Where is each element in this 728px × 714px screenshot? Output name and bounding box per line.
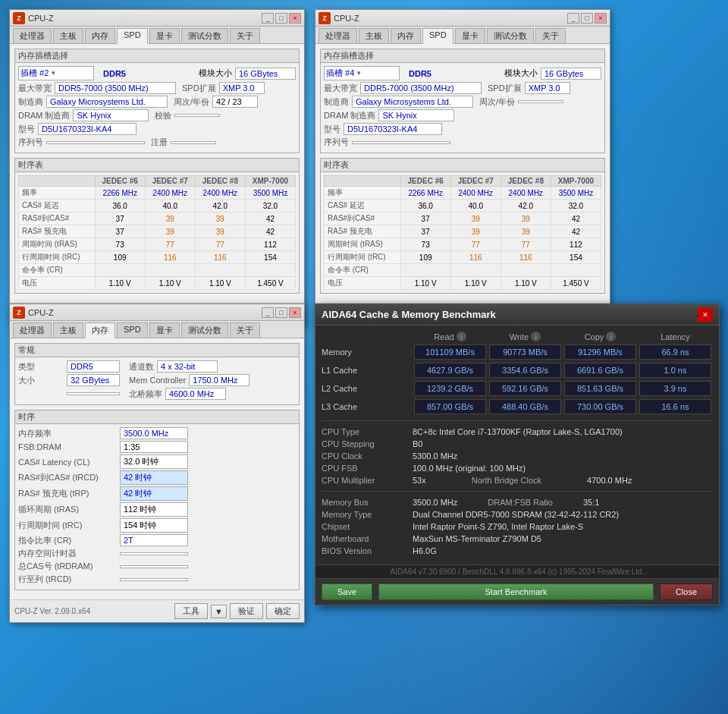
cpuz2-timing-content: JEDEC #6 JEDEC #7 JEDEC #8 XMP-7000 频率 2… xyxy=(321,172,604,293)
cpuz1-th-empty xyxy=(19,176,96,187)
cpuz3-content: 常规 类型 DDR5 通道数 4 x 32-bit 大小 32 GBytes M… xyxy=(10,338,304,599)
cpuz2-slot-content: 插槽 #4 ▼ DDR5 模块大小 16 GBytes 最大带宽 DDR5-70… xyxy=(321,63,604,153)
cpuz1-module-size: 16 GBytes xyxy=(235,68,296,80)
cpuz1-tab-bench[interactable]: 测试分数 xyxy=(181,28,228,43)
cpuz3-tab-bench[interactable]: 测试分数 xyxy=(181,322,228,338)
cpuz2-tab-gpu[interactable]: 显卡 xyxy=(455,28,485,43)
cpuz2-tab-bench[interactable]: 测试分数 xyxy=(487,28,534,43)
cpuz2-th-jedec8: JEDEC #8 xyxy=(500,176,551,187)
read-info-icon[interactable]: i xyxy=(457,332,466,341)
cpuz2-th-jedec7: JEDEC #7 xyxy=(450,176,500,187)
cpuz2-maximize[interactable]: □ xyxy=(581,13,593,24)
cpuz3-tab-mainboard[interactable]: 主板 xyxy=(53,322,83,338)
aida64-titlebar[interactable]: AIDA64 Cache & Memory Benchmark × xyxy=(315,304,719,326)
aida64-content: Read i Write i Copy i Latency Memory 101… xyxy=(315,326,719,565)
aida64-save-btn[interactable]: Save xyxy=(322,583,372,600)
cpuz2-dram-row: DRAM 制造商 SK Hynix xyxy=(324,109,601,121)
cpuz1-spd-value: XMP 3.0 xyxy=(219,82,265,94)
cpuz1-timing-title: 时序表 xyxy=(15,159,299,172)
cpuz1-slot-title: 内存插槽选择 xyxy=(15,49,299,63)
cpuz2-close[interactable]: × xyxy=(595,13,607,24)
cpuz1-minimize[interactable]: _ xyxy=(262,13,274,24)
aida64-col-write: Write i xyxy=(488,332,563,341)
cpuz3-tab-gpu[interactable]: 显卡 xyxy=(149,322,180,338)
cpuz3-general-content: 类型 DDR5 通道数 4 x 32-bit 大小 32 GBytes Mem … xyxy=(15,357,299,404)
cpuz3-titlebar[interactable]: Z CPU-Z _ □ × xyxy=(10,304,304,321)
cpuz3-tab-memory[interactable]: 内存 xyxy=(85,322,115,338)
cpuz3-tools-dropdown[interactable]: ▼ xyxy=(211,605,227,618)
cpuz1-close[interactable]: × xyxy=(289,13,301,24)
cpuz1-row-volt: 电压 1.10 V 1.10 V 1.10 V 1.450 V xyxy=(19,277,296,290)
aida64-memory-latency: 66.9 ns xyxy=(639,344,711,360)
cpuz3-rowcol-row: 行至列 (tRCD) xyxy=(18,574,296,585)
cpuz2-tab-mainboard[interactable]: 主板 xyxy=(359,28,389,43)
aida64-l1-read-cell: 4627.9 GB/s xyxy=(414,363,486,378)
cpuz3-space-row: 内存空间计时器 xyxy=(18,548,296,559)
cpuz3-size-label: 大小 xyxy=(18,375,64,386)
cpuz3-close[interactable]: × xyxy=(289,307,301,318)
cpuz3-tab-processor[interactable]: 处理器 xyxy=(13,322,52,338)
aida64-l2-write: 592.16 GB/s xyxy=(489,381,561,396)
aida64-l2-latency: 3.9 ns xyxy=(639,381,711,396)
cpuz2-mfr-label: 制造商 xyxy=(324,96,349,108)
cpuz2-tab-about[interactable]: 关于 xyxy=(535,28,566,43)
cpuz2-spd-label: SPD扩展 xyxy=(488,83,522,94)
cpuz1-icon: Z xyxy=(13,12,25,24)
aida64-membus-label: Memory Bus xyxy=(322,498,413,507)
cpuz3-confirm-btn[interactable]: 确定 xyxy=(266,603,300,619)
cpuz2-weeks-label: 周次/年份 xyxy=(479,96,515,108)
aida64-benchmark-btn[interactable]: Start Benchmark xyxy=(378,583,654,600)
cpuz1-mfr-label: 制造商 xyxy=(18,96,43,108)
aida64-buttons: Save Start Benchmark Close xyxy=(315,578,719,605)
cpuz1-slot-select[interactable]: 插槽 #2 ▼ xyxy=(18,66,94,80)
aida64-mobo-row: Motherboard MaxSun MS-Terminator Z790M D… xyxy=(322,534,713,543)
cpuz3-maximize[interactable]: □ xyxy=(275,307,287,318)
cpuz3-tab-spd[interactable]: SPD xyxy=(117,322,148,338)
cpuz2-tab-spd[interactable]: SPD xyxy=(422,28,453,44)
cpuz3-minimize[interactable]: _ xyxy=(262,307,274,318)
cpuz1-tab-mainboard[interactable]: 主板 xyxy=(53,28,83,43)
aida64-cpu-fsb-row: CPU FSB 100.0 MHz (original: 100 MHz) xyxy=(322,464,713,473)
cpuz3-timing-left: 内存频率 3500.0 MHz FSB:DRAM 1:35 CAS# Laten… xyxy=(18,427,296,587)
cpuz1-titlebar[interactable]: Z CPU-Z _ □ × xyxy=(10,10,304,27)
aida64-l1-row: L1 Cache 4627.9 GB/s 3354.6 GB/s 6691.6 … xyxy=(322,363,713,378)
cpuz3-tools-btn[interactable]: 工具 xyxy=(174,603,208,619)
cpuz1-maximize[interactable]: □ xyxy=(275,13,287,24)
aida64-membus-section: 3500.0 MHz DRAM:FSB Ratio 35:1 xyxy=(413,498,713,507)
cpuz2-spd-value: XMP 3.0 xyxy=(525,82,570,94)
cpuz2-tab-memory[interactable]: 内存 xyxy=(391,28,421,43)
aida64-cpu-fsb-value: 100.0 MHz (original: 100 MHz) xyxy=(413,464,713,473)
cpuz3-fsb-label: FSB:DRAM xyxy=(18,442,117,451)
cpuz1-tab-about[interactable]: 关于 xyxy=(230,28,260,43)
aida64-cpu-stepping-value: B0 xyxy=(413,439,713,448)
cpuz1-tab-gpu[interactable]: 显卡 xyxy=(149,28,180,43)
aida64-memory-latency-cell: 66.9 ns xyxy=(639,344,711,360)
cpuz3-rcd-value: 42 时钟 xyxy=(120,470,188,485)
aida64-window: AIDA64 Cache & Memory Benchmark × Read i… xyxy=(315,304,720,605)
cpuz3-fsb-value: 1:35 xyxy=(120,441,188,453)
cpuz2-mfr-value: Galaxy Microsystems Ltd. xyxy=(352,96,473,108)
aida64-l3-copy-cell: 730.00 GB/s xyxy=(564,399,636,414)
cpuz1-weeks-label: 周次/年份 xyxy=(174,96,209,108)
cpuz3-ras-row: 循环周期 (tRAS) 112 时钟 xyxy=(18,502,296,517)
cpuz2-tabs: 处理器 主板 内存 SPD 显卡 测试分数 关于 xyxy=(315,27,610,44)
cpuz1-dram-value: SK Hynix xyxy=(73,109,149,121)
cpuz3-verify-btn[interactable]: 验证 xyxy=(230,603,263,619)
write-info-icon[interactable]: i xyxy=(531,332,541,341)
cpuz2-minimize[interactable]: _ xyxy=(567,13,579,24)
cpuz2-tab-processor[interactable]: 处理器 xyxy=(318,28,357,43)
cpuz2-slot-select[interactable]: 插槽 #4 ▼ xyxy=(324,66,400,80)
cpuz1-tab-memory[interactable]: 内存 xyxy=(85,28,115,43)
aida64-close-x[interactable]: × xyxy=(698,308,713,322)
cpuz3-tab-about[interactable]: 关于 xyxy=(230,322,260,338)
cpuz2-titlebar[interactable]: Z CPU-Z _ □ × xyxy=(315,10,610,27)
cpuz1-tab-spd[interactable]: SPD xyxy=(117,28,148,44)
cpuz1-tab-processor[interactable]: 处理器 xyxy=(13,28,52,43)
cpuz1-row-ras: 周期时间 (tRAS) 73 77 77 112 xyxy=(19,238,296,251)
copy-info-icon[interactable]: i xyxy=(606,332,616,341)
aida64-cpu-clock-value: 5300.0 MHz xyxy=(413,451,713,461)
aida64-separator xyxy=(322,420,713,421)
cpuz2-icon: Z xyxy=(318,12,331,24)
aida64-close-btn[interactable]: Close xyxy=(660,583,713,600)
cpuz1-annotation-label: 注册 xyxy=(151,137,168,148)
